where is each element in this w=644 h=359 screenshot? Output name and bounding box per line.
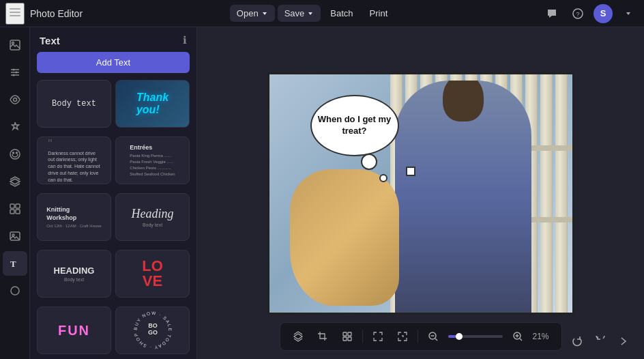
svg-point-13 [13,98,16,102]
svg-text:GO: GO [147,329,157,336]
stickers-icon[interactable] [3,142,27,167]
app-title: Photo Editor [30,8,83,19]
fit-to-screen-icon[interactable] [368,327,387,346]
svg-rect-29 [348,332,351,336]
grid-view-icon[interactable] [338,327,357,346]
chat-icon[interactable] [542,3,562,24]
photos-icon[interactable] [3,33,27,57]
svg-text:?: ? [576,11,579,18]
svg-point-12 [12,74,14,76]
dropdown-icon[interactable] [618,3,639,24]
redo-icon[interactable] [568,332,587,351]
zoom-in-icon[interactable] [508,327,527,346]
svg-rect-0 [10,8,20,10]
template-thank-you[interactable]: Thankyou! [115,80,190,128]
canvas-container: When do I get my treat? [267,72,574,315]
svg-point-15 [12,152,14,154]
svg-rect-1 [10,12,20,13]
svg-rect-19 [10,210,14,214]
svg-point-24 [11,287,19,295]
svg-rect-20 [16,210,20,214]
svg-rect-2 [10,15,20,16]
panel-header: Text ℹ [30,27,196,52]
main-area: T Text ℹ Add Text Body text Thankyou! [0,27,644,359]
bottom-toolbar: 21% [280,322,562,351]
save-button[interactable]: Save [278,5,321,22]
svg-point-16 [16,152,17,154]
svg-text:BO: BO [148,322,158,329]
svg-line-33 [435,339,437,341]
template-quote[interactable]: " Darkness cannot driveout darkness; onl… [37,137,111,184]
panel-title: Text [40,35,60,46]
canvas-image[interactable]: When do I get my treat? [267,72,574,315]
svg-rect-31 [348,337,351,341]
icon-sidebar: T [0,27,30,359]
shapes-icon[interactable] [3,278,27,303]
topbar-right: ? S [542,3,639,24]
svg-point-11 [15,72,17,74]
svg-point-10 [12,69,14,71]
template-heading[interactable]: Heading Body text [115,193,190,241]
help-icon[interactable]: ? [568,3,588,24]
template-bold-heading[interactable]: HEADING Body text [37,250,111,298]
menu-icon[interactable] [5,3,25,25]
adjustments-icon[interactable] [3,60,27,85]
zoom-percent: 21% [533,332,553,341]
layers-panel-icon[interactable] [289,327,308,346]
magic-icon[interactable] [3,115,27,139]
svg-rect-18 [16,204,20,208]
template-entrees[interactable]: Entrées Pasta King Parma .......Pasta Fr… [115,137,190,184]
right-toolbar [568,332,633,351]
zoom-slider-container [448,335,503,338]
zoom-out-icon[interactable] [424,327,443,346]
svg-rect-28 [343,332,347,336]
template-fun[interactable]: FUN [37,306,111,354]
zoom-track[interactable] [448,335,503,338]
layers-icon[interactable] [3,169,27,194]
user-avatar[interactable]: S [594,4,613,23]
batch-button[interactable]: Batch [323,5,360,22]
templates-grid: Body text Thankyou! " Darkness cannot dr… [30,80,196,359]
crop-icon[interactable] [313,327,332,346]
canvas-area: When do I get my treat? [197,27,644,359]
template-knitting[interactable]: KnittingWorkshop Oct 12th · 12AM · Craft… [37,193,111,241]
svg-rect-17 [10,204,14,208]
template-circle-text[interactable]: BUY NOW · SALE TODAY · SHOP NOW · BO GO [115,306,190,354]
info-icon[interactable]: ℹ [183,34,187,46]
eye-icon[interactable] [3,87,27,112]
text-panel: Text ℹ Add Text Body text Thankyou! " Da… [30,27,197,359]
forward-icon[interactable] [614,332,633,351]
photo-mockup: When do I get my treat? [269,74,572,313]
add-text-button[interactable]: Add Text [37,52,190,73]
dog-silhouette [290,169,399,306]
image-icon[interactable] [3,224,27,248]
svg-line-36 [520,339,522,341]
topbar: Photo Editor Open Save Batch Print ? S [0,0,644,27]
print-button[interactable]: Print [363,5,395,22]
template-body-text[interactable]: Body text [37,80,111,128]
template-love[interactable]: LOVE [115,250,190,298]
open-button[interactable]: Open [230,5,275,22]
svg-point-14 [10,149,20,159]
topbar-actions: Open Save Batch Print [230,5,394,22]
svg-rect-30 [343,337,347,341]
thought-bubble-circle [406,167,415,176]
person-silhouette [395,81,531,313]
resize-icon[interactable] [393,327,412,346]
speech-bubble: When do I get my treat? [310,95,399,156]
svg-text:T: T [10,259,16,269]
undo-icon[interactable] [591,332,610,351]
grid-icon[interactable] [3,197,27,221]
text-icon[interactable]: T [3,251,27,276]
